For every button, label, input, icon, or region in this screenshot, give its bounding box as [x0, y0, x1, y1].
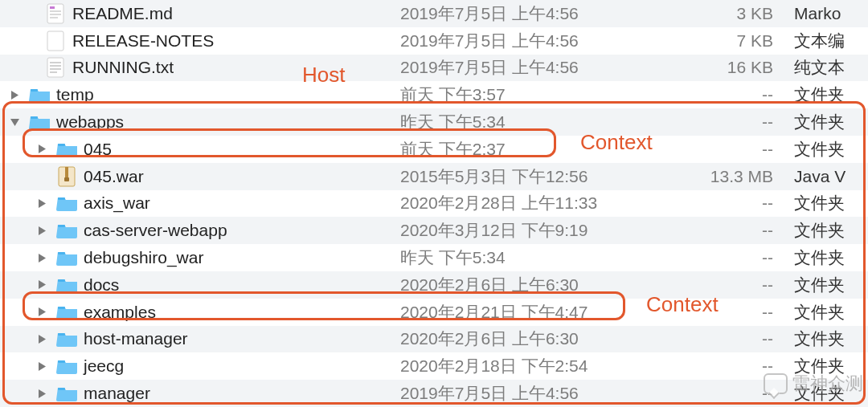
name-cell: RUNNING.txt [0, 57, 400, 78]
svg-rect-29 [58, 307, 65, 309]
svg-rect-27 [58, 279, 65, 282]
svg-rect-18 [65, 167, 68, 179]
name-cell: temp [0, 84, 400, 105]
size-cell: -- [706, 193, 794, 213]
disclosure-right-icon[interactable] [8, 88, 21, 101]
table-row[interactable]: 045 前天 下午2:37 -- 文件夹 [0, 136, 868, 163]
size-cell: -- [706, 275, 794, 295]
size-cell: 3 KB [706, 4, 794, 23]
folder-icon [29, 112, 50, 132]
table-row[interactable]: webapps 昨天 下午5:34 -- 文件夹 [0, 108, 868, 136]
disclosure-right-icon[interactable] [35, 332, 48, 345]
disclosure-right-icon[interactable] [35, 279, 48, 291]
size-cell: 7 KB [706, 31, 794, 51]
table-row[interactable]: RUNNING.txt 2019年7月5日 上午4:56 16 KB 纯文本 [0, 55, 868, 82]
archive-icon [56, 166, 77, 187]
kind-cell: 文件夹 [794, 274, 868, 296]
folder-icon [56, 328, 77, 349]
name-cell: RELEASE-NOTES [0, 31, 400, 51]
kind-cell: 文件夹 [794, 328, 868, 350]
svg-marker-34 [39, 389, 46, 398]
file-name: host-manager [84, 329, 188, 348]
svg-marker-32 [39, 362, 46, 371]
svg-rect-2 [50, 10, 61, 12]
table-row[interactable]: cas-server-webapp 2020年3月12日 下午9:19 -- 文… [0, 217, 868, 244]
file-name: jeecg [84, 356, 124, 376]
size-cell: 13.3 MB [706, 167, 794, 186]
size-cell: -- [706, 221, 794, 240]
file-name: RELEASE-NOTES [72, 31, 214, 51]
disclosure-down-icon[interactable] [8, 116, 21, 128]
size-cell: -- [706, 303, 794, 322]
name-cell: docs [0, 275, 400, 295]
size-cell: -- [706, 140, 794, 159]
disclosure-right-icon[interactable] [35, 251, 48, 264]
kind-cell: 文件夹 [794, 382, 868, 405]
kind-cell: 文件夹 [794, 355, 868, 377]
disclosure-right-icon[interactable] [35, 143, 48, 156]
table-row[interactable]: debugshiro_war 昨天 下午5:34 -- 文件夹 [0, 244, 868, 271]
file-name: webapps [56, 112, 124, 132]
svg-rect-21 [58, 197, 65, 200]
name-cell: 045 [0, 139, 400, 160]
date-cell: 2019年7月5日 上午4:56 [400, 30, 706, 52]
folder-icon [56, 220, 77, 241]
folder-icon [29, 84, 50, 105]
svg-rect-31 [58, 333, 65, 336]
date-cell: 2019年7月5日 上午4:56 [400, 382, 706, 405]
file-name: axis_war [84, 193, 150, 213]
svg-marker-22 [39, 226, 46, 235]
size-cell: -- [706, 356, 794, 376]
kind-cell: 文件夹 [794, 301, 868, 324]
table-row[interactable]: temp 前天 下午3:57 -- 文件夹 [0, 81, 868, 108]
size-cell: 16 KB [706, 58, 794, 77]
svg-marker-24 [39, 254, 46, 263]
svg-rect-9 [50, 68, 61, 70]
table-row[interactable]: 045.war 2015年5月3日 下午12:56 13.3 MB Java V [0, 163, 868, 190]
name-cell: webapps [0, 112, 400, 132]
disclosure-right-icon[interactable] [35, 306, 48, 319]
kind-cell: 纯文本 [794, 56, 868, 79]
svg-rect-10 [50, 71, 57, 73]
svg-rect-19 [64, 177, 69, 181]
disclosure-right-icon[interactable] [35, 224, 48, 237]
kind-cell: Marko [794, 4, 868, 23]
date-cell: 2020年2月6日 上午6:30 [400, 274, 706, 296]
disclosure-right-icon[interactable] [35, 197, 48, 210]
kind-cell: 文件夹 [794, 138, 868, 161]
disclosure-right-icon[interactable] [35, 360, 48, 372]
file-name: README.md [72, 4, 173, 23]
size-cell: -- [706, 85, 794, 104]
svg-rect-8 [50, 65, 61, 67]
file-name: examples [84, 303, 156, 322]
svg-rect-3 [50, 14, 61, 15]
file-name: RUNNING.txt [72, 58, 174, 77]
date-cell: 昨天 下午5:34 [400, 246, 706, 269]
table-row[interactable]: RELEASE-NOTES 2019年7月5日 上午4:56 7 KB 文本编 [0, 27, 868, 55]
svg-marker-28 [39, 307, 46, 316]
svg-rect-25 [58, 252, 65, 254]
kind-cell: 文件夹 [794, 111, 868, 133]
name-cell: 045.war [0, 166, 400, 187]
svg-marker-11 [11, 91, 18, 100]
table-row[interactable]: docs 2020年2月6日 上午6:30 -- 文件夹 [0, 271, 868, 299]
svg-rect-1 [50, 6, 55, 9]
kind-cell: 文件夹 [794, 83, 868, 106]
date-cell: 2020年2月6日 上午6:30 [400, 328, 706, 350]
name-cell: axis_war [0, 193, 400, 214]
file-name: docs [84, 275, 119, 295]
table-row[interactable]: examples 2020年2月21日 下午4:47 -- 文件夹 [0, 299, 868, 326]
name-cell: examples [0, 302, 400, 323]
date-cell: 2020年2月18日 下午2:54 [400, 355, 706, 377]
table-row[interactable]: axis_war 2020年2月28日 上午11:33 -- 文件夹 [0, 190, 868, 218]
kind-cell: 文件夹 [794, 246, 868, 269]
table-row[interactable]: jeecg 2020年2月18日 下午2:54 -- 文件夹 [0, 352, 868, 380]
table-row[interactable]: host-manager 2020年2月6日 上午6:30 -- 文件夹 [0, 326, 868, 353]
table-row[interactable]: README.md 2019年7月5日 上午4:56 3 KB Marko [0, 0, 868, 27]
table-row[interactable]: manager 2019年7月5日 上午4:56 -- 文件夹 [0, 380, 868, 407]
file-name: temp [56, 85, 94, 104]
file-name: 045.war [84, 167, 144, 186]
name-cell: debugshiro_war [0, 247, 400, 268]
file-list: README.md 2019年7月5日 上午4:56 3 KB Marko RE… [0, 0, 868, 407]
disclosure-right-icon[interactable] [35, 387, 48, 400]
